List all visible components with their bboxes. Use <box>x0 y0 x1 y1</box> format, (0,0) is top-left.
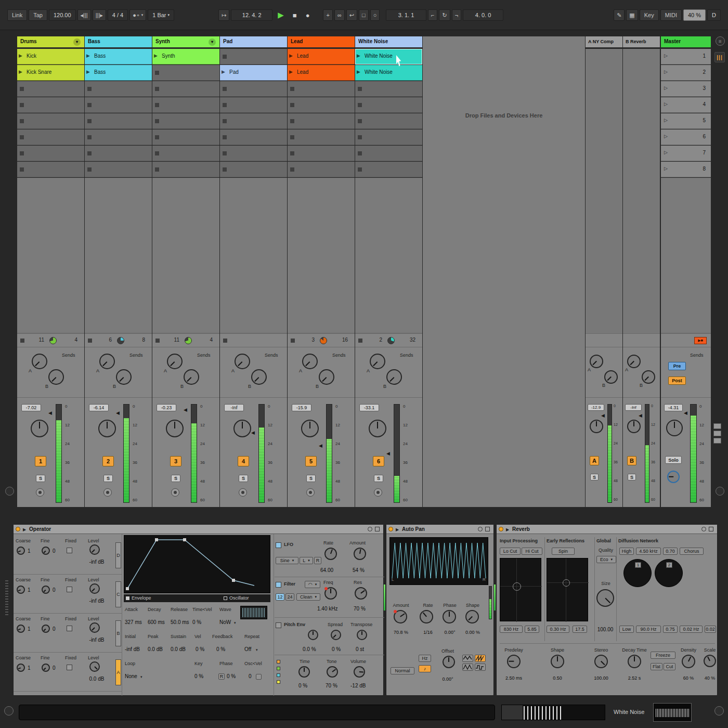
empty-clip-slot[interactable] <box>152 146 219 161</box>
send-a-knob[interactable] <box>235 354 250 369</box>
volume-db-field[interactable]: -4.31 <box>664 404 683 411</box>
pitch-env-checkbox[interactable] <box>276 622 281 628</box>
send-b-knob[interactable] <box>319 369 334 385</box>
envelope-display[interactable] <box>124 535 270 593</box>
solo-button[interactable]: S <box>628 474 636 480</box>
send-a-knob[interactable] <box>627 355 641 368</box>
coarse-knob[interactable] <box>17 547 25 555</box>
show-mixer-toggle[interactable] <box>713 438 721 444</box>
lfo-dest-select[interactable]: L▾ <box>300 557 313 564</box>
param-value[interactable]: 70.8 % <box>389 630 412 635</box>
track-activator[interactable]: 6 <box>373 456 384 466</box>
volume-db-field[interactable]: -7.02 <box>21 404 41 411</box>
freeze-toggle[interactable]: Freeze <box>651 652 675 659</box>
empty-clip-slot[interactable] <box>85 146 152 161</box>
fine-knob[interactable] <box>42 586 50 594</box>
clip-stop-icon[interactable] <box>223 167 227 172</box>
clip-stop-icon[interactable] <box>290 87 294 91</box>
solo-button[interactable]: S <box>590 474 599 480</box>
pan-knob[interactable] <box>590 420 603 433</box>
scene-slot[interactable]: ▷3 <box>661 81 711 97</box>
arm-button[interactable] <box>306 488 315 497</box>
clip-slot-filled[interactable]: ▶White Noise <box>355 65 422 81</box>
param-value[interactable]: 0 <box>249 673 252 679</box>
volume-knob[interactable] <box>354 666 365 678</box>
track-activator[interactable]: 3 <box>170 456 181 466</box>
device-hotswap-icon[interactable] <box>478 527 483 531</box>
info-view-toggle-icon[interactable] <box>5 487 14 496</box>
clip-play-icon[interactable]: ▶ <box>289 69 293 74</box>
empty-clip-slot[interactable] <box>85 162 152 177</box>
pan-knob[interactable] <box>301 420 319 437</box>
spin-amount-field[interactable]: 17.5 <box>573 626 587 633</box>
filter-res-knob[interactable] <box>355 587 367 600</box>
volume-fader-handle[interactable]: ◀ <box>251 431 255 435</box>
empty-clip-slot[interactable] <box>355 129 422 145</box>
arm-button[interactable] <box>36 488 44 497</box>
solo-button[interactable]: S <box>103 475 113 482</box>
device-collapse-icon[interactable]: ▶ <box>396 527 399 532</box>
send-a-knob[interactable] <box>590 355 603 368</box>
volume-db-field[interactable]: -6.14 <box>89 404 109 411</box>
show-returns-toggle[interactable] <box>713 431 721 436</box>
tone-knob[interactable] <box>327 666 338 678</box>
level-knob[interactable] <box>89 544 100 555</box>
scene-slot[interactable]: ▷2 <box>661 65 711 81</box>
offset-knob[interactable] <box>443 656 455 668</box>
play-button[interactable]: ▶ <box>274 10 288 20</box>
param-value[interactable]: 1/16 <box>417 630 439 635</box>
empty-clip-slot[interactable] <box>220 81 287 97</box>
volume-db-field[interactable]: -12.9 <box>588 404 604 411</box>
return-header[interactable]: B Reverb <box>623 36 660 48</box>
empty-clip-slot[interactable] <box>85 129 152 145</box>
empty-clip-slot[interactable] <box>85 97 152 113</box>
autopan-waveform-display[interactable]: LR <box>389 537 488 585</box>
clip-stop-icon[interactable] <box>20 167 24 172</box>
scene-slot[interactable]: ▷7 <box>661 146 711 161</box>
clip-stop-icon[interactable] <box>223 151 227 155</box>
mixer-view-toggle-icon[interactable]: ||| <box>714 52 725 62</box>
clip-stop-icon[interactable] <box>290 119 294 123</box>
size-knob[interactable] <box>596 589 614 607</box>
return-header[interactable]: A NY Comp <box>586 36 622 48</box>
device-hotswap-icon[interactable] <box>701 527 706 531</box>
scene-slot[interactable]: ▷1 <box>661 49 711 64</box>
send-b-knob[interactable] <box>642 370 655 384</box>
spin-rate-field[interactable]: 0.30 Hz <box>547 626 569 633</box>
clip-overview[interactable] <box>501 705 605 720</box>
arm-button[interactable] <box>374 488 382 497</box>
track-activator[interactable]: 2 <box>102 456 114 466</box>
track-menu-icon[interactable]: ▾ <box>73 38 81 46</box>
noise-wave-thumbnail[interactable] <box>240 606 267 619</box>
coarse-knob[interactable] <box>17 625 25 633</box>
punch-out-icon[interactable]: ¬ <box>452 9 461 21</box>
phase-retrigger-toggle[interactable]: R <box>218 673 225 680</box>
loop-icon[interactable]: ↻ <box>439 9 450 21</box>
empty-clip-slot[interactable] <box>17 129 84 145</box>
rate-hz-toggle[interactable]: Hz <box>419 655 431 662</box>
arrangement-position-field[interactable]: 12. 4. 2 <box>231 9 272 21</box>
clip-play-icon[interactable]: ▶ <box>289 53 293 58</box>
clip-slot-filled[interactable]: ▶Pad <box>220 65 287 81</box>
volume-db-field[interactable]: -Inf <box>625 404 642 411</box>
status-right-icon[interactable] <box>714 706 724 716</box>
clip-stop-icon[interactable] <box>87 103 92 107</box>
device-on-led[interactable] <box>16 527 20 531</box>
scene-play-icon[interactable]: ▷ <box>664 101 668 107</box>
arm-button[interactable] <box>171 488 179 497</box>
clip-stop-icon[interactable] <box>20 151 24 155</box>
send-b-knob[interactable] <box>386 369 402 385</box>
track-header[interactable]: Lead <box>288 36 355 48</box>
low-freq-field[interactable]: 90.0 Hz <box>636 626 661 633</box>
amount-knob[interactable] <box>394 610 407 623</box>
lfo-amount-knob[interactable] <box>354 548 366 560</box>
pitch-env-knob[interactable] <box>308 630 318 640</box>
spin-node[interactable] <box>563 579 570 587</box>
empty-clip-slot[interactable] <box>85 81 152 97</box>
volume-value[interactable]: -12 dB <box>350 683 366 688</box>
res-value[interactable]: 70 % <box>354 606 366 612</box>
clip-play-icon[interactable]: ▶ <box>19 69 22 74</box>
clip-play-icon[interactable]: ▶ <box>86 69 90 74</box>
clip-stop-icon[interactable] <box>358 135 362 139</box>
pan-knob[interactable] <box>627 420 641 433</box>
